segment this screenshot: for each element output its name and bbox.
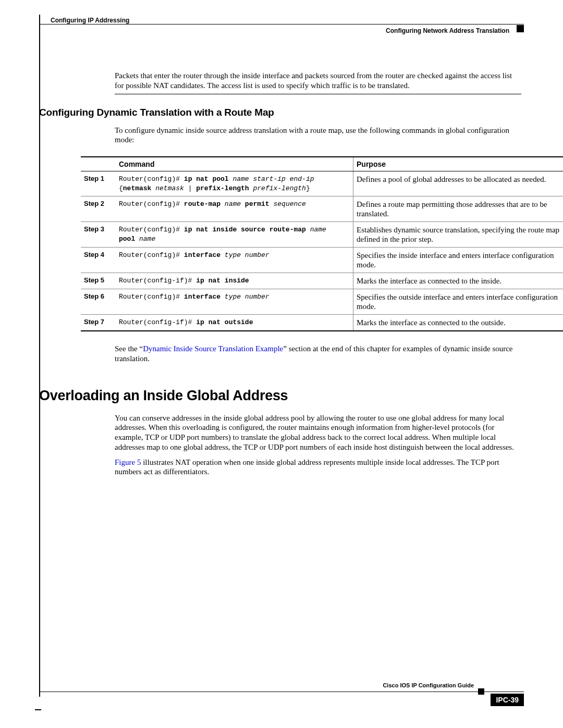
page-header: Configuring IP Addressing Configuring Ne… xyxy=(39,15,524,40)
table-row: Step 5 Router(config-if)# ip nat inside … xyxy=(81,273,563,289)
header-chapter-title: Configuring IP Addressing xyxy=(51,17,129,24)
cmd-keyword: route-map xyxy=(184,200,221,208)
step-label: Step 4 xyxy=(81,248,116,273)
cmd-keyword: ip nat inside xyxy=(196,277,249,285)
table-row: Step 1 Router(config)# ip nat pool name … xyxy=(81,171,563,196)
purpose-cell: Specifies the inside interface and enter… xyxy=(353,248,564,273)
table-row: Step 6 Router(config)# interface type nu… xyxy=(81,289,563,315)
cmd-keyword: ip nat outside xyxy=(196,318,253,326)
step-label: Step 6 xyxy=(81,289,116,315)
header-purpose: Purpose xyxy=(353,157,564,171)
divider xyxy=(115,94,521,94)
purpose-cell: Defines a route map permitting those add… xyxy=(353,196,564,222)
purpose-cell: Specifies the outside interface and ente… xyxy=(353,289,564,315)
command-cell: Router(config)# ip nat inside source rou… xyxy=(116,222,353,248)
cmd-arg: type number xyxy=(221,251,270,259)
command-cell: Router(config)# interface type number xyxy=(116,289,353,315)
cmd-keyword: permit xyxy=(241,200,270,208)
step-label: Step 7 xyxy=(81,315,116,331)
purpose-cell: Defines a pool of global addresses to be… xyxy=(353,171,564,196)
command-cell: Router(config-if)# ip nat outside xyxy=(116,315,353,331)
cmd-arg: name xyxy=(221,200,241,208)
footer-guide-title: Cisco IOS IP Configuration Guide xyxy=(383,682,474,688)
header-square-icon xyxy=(517,25,524,32)
cmd-keyword: prefix-length xyxy=(196,184,249,192)
cmd-sep: | xyxy=(184,184,196,192)
cmd-keyword: netmask xyxy=(123,184,152,192)
xref-link[interactable]: Dynamic Inside Source Translation Exampl… xyxy=(143,344,283,353)
command-cell: Router(config)# route-map name permit se… xyxy=(116,196,353,222)
cmd-arg: type number xyxy=(221,293,270,301)
subsection-intro: To configure dynamic inside source addre… xyxy=(115,126,521,145)
table-row: Step 4 Router(config)# interface type nu… xyxy=(81,248,563,273)
cmd-arg: sequence xyxy=(270,200,306,208)
cmd-keyword: interface xyxy=(184,251,221,259)
table-row: Step 7 Router(config-if)# ip nat outside… xyxy=(81,315,563,331)
cmd-keyword: ip nat inside source route-map xyxy=(184,226,306,233)
cmd-keyword: pool xyxy=(119,235,135,243)
command-cell: Router(config)# interface type number xyxy=(116,248,353,273)
section-heading: Overloading an Inside Global Address xyxy=(39,388,521,404)
cmd-keyword: interface xyxy=(184,293,221,301)
header-rule xyxy=(39,24,524,24)
purpose-cell: Marks the interface as connected to the … xyxy=(353,315,564,331)
table-row: Step 2 Router(config)# route-map name pe… xyxy=(81,196,563,222)
text: illustrates NAT operation when one insid… xyxy=(115,458,499,476)
step-label: Step 3 xyxy=(81,222,116,248)
step-label: Step 5 xyxy=(81,273,116,289)
cmd-brace: { xyxy=(119,184,123,192)
cmd-arg: prefix-length xyxy=(249,184,306,192)
subsection-heading: Configuring Dynamic Translation with a R… xyxy=(39,107,521,118)
figure-link[interactable]: Figure 5 xyxy=(115,458,141,466)
cmd-arg: name xyxy=(306,226,326,233)
cmd-prompt: Router(config)# xyxy=(119,293,184,301)
command-cell: Router(config)# ip nat pool name start-i… xyxy=(116,171,353,196)
header-section-title: Configuring Network Address Translation xyxy=(386,27,509,34)
purpose-cell: Marks the interface as connected to the … xyxy=(353,273,564,289)
command-cell: Router(config-if)# ip nat inside xyxy=(116,273,353,289)
cmd-prompt: Router(config)# xyxy=(119,251,184,259)
step-label: Step 2 xyxy=(81,196,116,222)
command-table: Command Purpose Step 1 Router(config)# i… xyxy=(81,156,563,331)
cmd-prompt: Router(config-if)# xyxy=(119,277,196,285)
purpose-cell: Establishes dynamic source translation, … xyxy=(353,222,564,248)
left-margin-rule xyxy=(39,15,40,697)
cmd-prompt: Router(config)# xyxy=(119,200,184,208)
cmd-keyword: ip nat pool xyxy=(184,175,229,183)
cmd-prompt: Router(config)# xyxy=(119,226,184,233)
step-label: Step 1 xyxy=(81,171,116,196)
cmd-arg: name start-ip end-ip xyxy=(229,175,314,183)
cmd-arg: name xyxy=(135,235,155,243)
cmd-prompt: Router(config)# xyxy=(119,175,184,183)
header-command: Command xyxy=(116,157,353,171)
header-step-blank xyxy=(81,157,116,171)
table-row: Step 3 Router(config)# ip nat inside sou… xyxy=(81,222,563,248)
section2-p2: Figure 5 illustrates NAT operation when … xyxy=(115,458,521,477)
page-footer: Cisco IOS IP Configuration Guide IPC-39 xyxy=(39,692,524,713)
cmd-arg: netmask xyxy=(151,184,183,192)
cmd-prompt: Router(config-if)# xyxy=(119,318,196,326)
after-table-paragraph: See the “Dynamic Inside Source Translati… xyxy=(115,344,521,364)
page-number: IPC-39 xyxy=(491,694,524,706)
footer-rule xyxy=(39,692,524,692)
section2-p1: You can conserve addresses in the inside… xyxy=(115,413,521,452)
cmd-brace: } xyxy=(306,184,310,192)
left-tick-icon xyxy=(35,709,41,710)
text: See the “ xyxy=(115,344,143,353)
intro-paragraph: Packets that enter the router through th… xyxy=(115,71,521,91)
